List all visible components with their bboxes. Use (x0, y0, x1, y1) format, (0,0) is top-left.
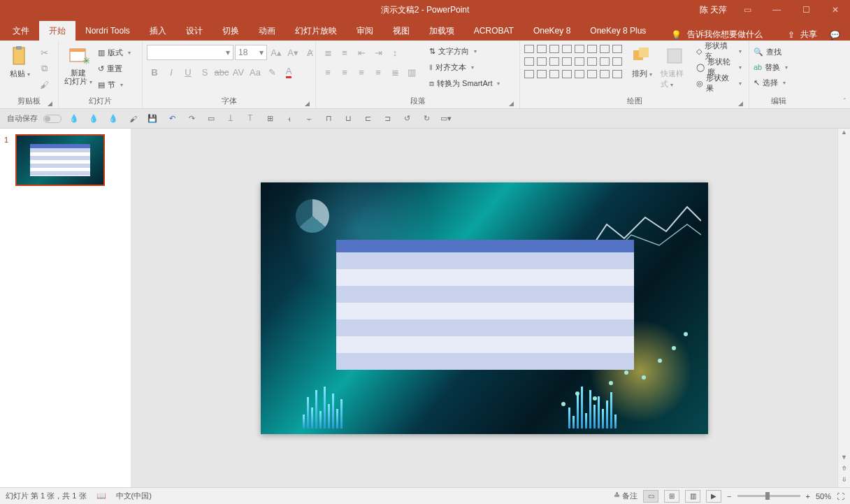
ribbon-display-icon[interactable]: ▭ (738, 3, 756, 17)
fontcolor-icon[interactable]: A (281, 64, 296, 80)
notes-button[interactable]: ≙ 备注 (614, 491, 638, 501)
new-slide-button[interactable]: ✳ 新建 幻灯片 (63, 42, 94, 86)
qat-btn-h[interactable]: ⊔ (341, 112, 355, 126)
align-left-icon[interactable]: ≡ (320, 64, 336, 80)
qat-btn-f[interactable]: ⫟ (302, 112, 316, 126)
tab-acrobat[interactable]: ACROBAT (464, 21, 524, 41)
slide-canvas[interactable] (131, 129, 837, 487)
font-family-combo[interactable]: ▾ (147, 45, 233, 60)
qat-btn-d[interactable]: ⊞ (263, 112, 277, 126)
drawing-launcher[interactable]: ◢ (738, 100, 743, 107)
sorter-view-icon[interactable]: ⊞ (664, 490, 679, 503)
font-launcher[interactable]: ◢ (305, 100, 310, 107)
brush-icon[interactable]: 🖌 (126, 112, 140, 126)
tellme-input[interactable]: 告诉我你想要做什么 (687, 29, 763, 41)
qat-btn-e[interactable]: ⫞ (282, 112, 296, 126)
increase-font-icon[interactable]: A▴ (268, 45, 284, 60)
language-button[interactable]: 中文(中国) (116, 491, 152, 501)
align-right-icon[interactable]: ≡ (354, 64, 369, 80)
highlight-icon[interactable]: ✎ (264, 64, 280, 80)
tab-design[interactable]: 设计 (176, 21, 212, 41)
bullets-icon[interactable]: ≣ (320, 45, 336, 60)
tab-home[interactable]: 开始 (39, 21, 75, 41)
tab-animation[interactable]: 动画 (249, 21, 285, 41)
align-center-icon[interactable]: ≡ (337, 64, 352, 80)
undo-icon[interactable]: ↶ (165, 112, 179, 126)
scroll-up-icon[interactable]: ▲ (838, 129, 850, 140)
clipboard-launcher[interactable]: ◢ (48, 100, 52, 107)
tab-onekey8[interactable]: OneKey 8 (524, 21, 580, 41)
user-name[interactable]: 陈 天萍 (700, 4, 727, 16)
columns-icon[interactable]: ▥ (404, 64, 419, 80)
eyedropper1-icon[interactable]: 💧 (67, 112, 81, 126)
distribute-icon[interactable]: ≣ (387, 64, 403, 80)
qat-btn-b[interactable]: ⟘ (224, 112, 238, 126)
section-button[interactable]: ▤节 (95, 77, 134, 92)
qat-btn-a[interactable]: ▭ (204, 112, 218, 126)
changecase-icon[interactable]: Aa (247, 64, 263, 80)
numbering-icon[interactable]: ≡ (337, 45, 352, 60)
zoom-in-icon[interactable]: + (806, 492, 810, 501)
qat-btn-m[interactable]: ▭▾ (439, 112, 453, 126)
strike-icon[interactable]: abc (214, 64, 229, 80)
paragraph-launcher[interactable]: ◢ (509, 100, 514, 107)
tab-file[interactable]: 文件 (3, 21, 39, 41)
align-text-button[interactable]: ⫴对齐文本 (426, 59, 503, 75)
qat-btn-l[interactable]: ↻ (419, 112, 433, 126)
spacing-icon[interactable]: AV (231, 64, 246, 80)
qat-btn-j[interactable]: ⊐ (380, 112, 394, 126)
collapse-ribbon-icon[interactable]: ˆ (844, 98, 846, 106)
minimize-icon[interactable]: — (768, 3, 786, 17)
slide-table[interactable] (336, 240, 634, 370)
qat-btn-g[interactable]: ⊓ (322, 112, 336, 126)
reset-button[interactable]: ↺重置 (95, 61, 134, 76)
tab-slideshow[interactable]: 幻灯片放映 (285, 21, 347, 41)
close-icon[interactable]: ✕ (826, 3, 844, 17)
select-button[interactable]: ↖选择 (754, 75, 788, 89)
fit-window-icon[interactable]: ⛶ (837, 492, 844, 501)
normal-view-icon[interactable]: ▭ (643, 490, 658, 503)
justify-icon[interactable]: ≡ (370, 64, 386, 80)
next-slide-icon[interactable]: ⤋ (838, 476, 850, 487)
linespacing-icon[interactable]: ↕ (387, 45, 403, 60)
smartart-button[interactable]: ⧈转换为 SmartArt (426, 75, 503, 91)
qat-btn-k[interactable]: ↺ (400, 112, 414, 126)
paste-button[interactable]: 粘贴 (4, 42, 35, 79)
slideshow-view-icon[interactable]: ▶ (706, 490, 721, 503)
quickstyle-button[interactable]: 快速样式 (661, 42, 689, 89)
comments-icon[interactable]: 💬 (830, 30, 840, 40)
arrange-button[interactable]: 排列 (628, 42, 656, 79)
font-size-combo[interactable]: 18▾ (235, 45, 267, 60)
find-button[interactable]: 🔍查找 (754, 45, 788, 59)
eyedropper2-icon[interactable]: 💧 (87, 112, 101, 126)
tab-addin[interactable]: 加载项 (419, 21, 464, 41)
clear-format-icon[interactable]: A̷ (302, 45, 317, 60)
shape-effect-button[interactable]: ◎形状效果 (693, 75, 744, 91)
indent-dec-icon[interactable]: ⇤ (354, 45, 369, 60)
save-icon[interactable]: 💾 (145, 112, 159, 126)
qat-btn-i[interactable]: ⊏ (361, 112, 375, 126)
tab-insert[interactable]: 插入 (140, 21, 176, 41)
slide[interactable] (261, 182, 708, 434)
zoom-percent[interactable]: 50% (816, 492, 831, 501)
tab-nordri[interactable]: Nordri Tools (75, 21, 140, 41)
redo-icon[interactable]: ↷ (185, 112, 199, 126)
slide-panel[interactable]: 1 (0, 129, 131, 487)
slide-counter[interactable]: 幻灯片 第 1 张，共 1 张 (6, 491, 87, 501)
vertical-scrollbar[interactable]: ▲ ▼ ⤊ ⤋ (837, 129, 850, 487)
underline-icon[interactable]: U (180, 64, 196, 80)
qat-btn-c[interactable]: ⟙ (243, 112, 257, 126)
tab-transition[interactable]: 切换 (212, 21, 249, 41)
indent-inc-icon[interactable]: ⇥ (370, 45, 386, 60)
cut-icon[interactable]: ✂ (36, 45, 52, 60)
zoom-slider[interactable] (737, 495, 800, 497)
reading-view-icon[interactable]: ▥ (685, 490, 700, 503)
autosave-toggle[interactable] (43, 115, 62, 123)
tab-view[interactable]: 视图 (383, 21, 419, 41)
text-direction-button[interactable]: ⇅文字方向 (426, 43, 503, 59)
tab-review[interactable]: 审阅 (347, 21, 383, 41)
share-button[interactable]: 共享 (800, 29, 817, 41)
slide-thumbnail[interactable] (15, 134, 105, 186)
spellcheck-icon[interactable]: 📖 (96, 491, 106, 501)
prev-slide-icon[interactable]: ⤊ (838, 465, 850, 476)
